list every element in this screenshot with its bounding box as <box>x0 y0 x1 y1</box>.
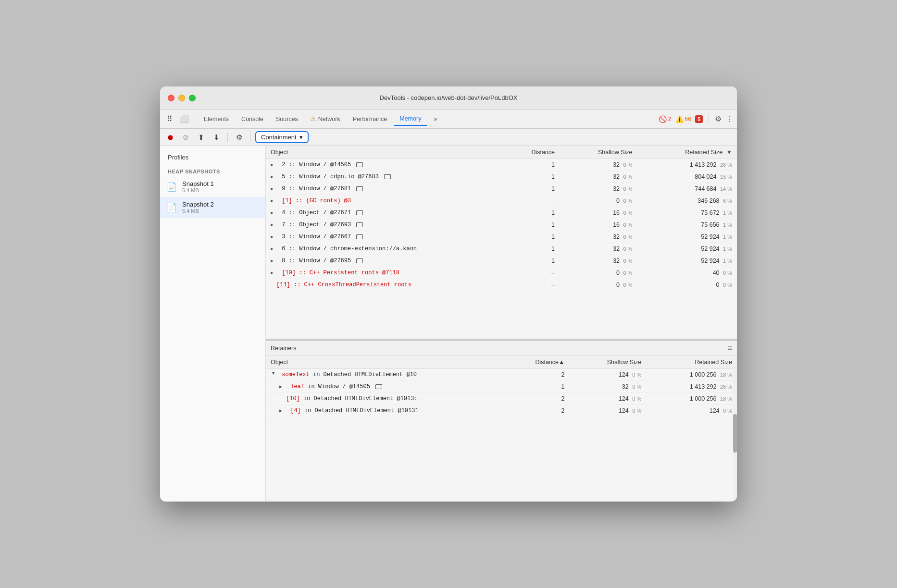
table-row: ▶ leaf in Window / @14505 1 32 0 % 1 413… <box>266 381 737 393</box>
tab-sources[interactable]: Sources <box>270 113 304 125</box>
more-options-icon[interactable]: ⋮ <box>725 114 733 123</box>
traffic-lights <box>168 95 196 101</box>
window-frame-icon <box>356 234 363 239</box>
col-distance[interactable]: Distance <box>501 146 560 159</box>
snapshot-file-icon-1: 📄 <box>166 181 177 193</box>
main-content: Profiles HEAP SNAPSHOTS 📄 Snapshot 1 5.4… <box>160 146 737 502</box>
cell-distance: 1 <box>501 183 560 195</box>
cell-object: ▶ 6 :: Window / chrome-extension://a…kao… <box>266 243 501 255</box>
snapshot-item-2[interactable]: 📄 Snapshot 2 5.4 MB <box>160 197 265 218</box>
expand-icon[interactable]: ▶ <box>279 384 285 390</box>
sort-arrow: ▼ <box>726 149 732 156</box>
expand-icon[interactable]: ▶ <box>271 210 276 216</box>
retainers-menu-icon[interactable]: ≡ <box>728 344 732 353</box>
settings-icon[interactable]: ⚙ <box>715 114 722 123</box>
containment-dropdown[interactable]: Containment ▾ <box>255 131 309 143</box>
titlebar: DevTools - codepen.io/web-dot-dev/live/P… <box>160 86 737 110</box>
cell-retained: 75 672 1 % <box>637 207 737 219</box>
cell-object: ▶ 3 :: Window / @27667 <box>266 231 501 243</box>
cell-retained: 52 924 1 % <box>637 231 737 243</box>
expand-icon[interactable]: ▶ <box>271 174 276 180</box>
error-badge[interactable]: 🚫 2 <box>659 115 672 123</box>
filter-button[interactable]: ⚙ <box>233 131 245 144</box>
cell-retained: 0 0 % <box>637 279 737 291</box>
main-table[interactable]: Object Distance Shallow Size Retained Si… <box>266 146 737 340</box>
tab-elements[interactable]: Elements <box>198 113 235 125</box>
expand-icon[interactable]: ▶ <box>271 198 276 204</box>
cell-object: ▶ 5 :: Window / cdpn.io @27683 <box>266 171 501 183</box>
cell-retained: 744 684 14 % <box>637 183 737 195</box>
ret-col-shallow[interactable]: Shallow Size <box>569 356 646 369</box>
chevron-down-icon: ▾ <box>299 134 303 141</box>
tab-more[interactable]: » <box>428 113 443 125</box>
col-object[interactable]: Object <box>266 146 501 159</box>
window-frame-icon <box>356 162 363 167</box>
cell-shallow: 32 0 % <box>560 255 637 267</box>
cell-shallow: 124 0 % <box>569 369 646 381</box>
col-retained-size[interactable]: Retained Size ▼ <box>637 146 737 159</box>
expand-icon[interactable]: ▶ <box>271 246 276 252</box>
ret-col-distance[interactable]: Distance▲ <box>501 356 569 369</box>
cell-distance: 2 <box>501 393 569 405</box>
cell-object: ▶ 7 :: Object / @27693 <box>266 219 501 231</box>
cell-distance: – <box>501 195 560 207</box>
table-row: ▶ 9 :: Window / @27681 1 32 0 % 744 684 … <box>266 183 737 195</box>
table-row: ▶ [1] :: (GC roots) @3 – 0 0 % 346 268 6… <box>266 195 737 207</box>
snapshot-item-1[interactable]: 📄 Snapshot 1 5.4 MB <box>160 176 265 197</box>
cell-object: ▶ 2 :: Window / @14505 <box>266 159 501 171</box>
tab-performance[interactable]: Performance <box>347 113 393 125</box>
expand-icon[interactable]: ▶ <box>271 186 276 192</box>
window-frame-icon <box>356 258 363 263</box>
cell-retained: 75 656 1 % <box>637 219 737 231</box>
cell-distance: 1 <box>501 243 560 255</box>
device-toggle-icon[interactable]: ⬜ <box>176 112 192 125</box>
cell-shallow: 32 0 % <box>560 231 637 243</box>
cell-object: [10] in Detached HTMLDivElement @1013: <box>266 393 501 405</box>
close-button[interactable] <box>168 95 174 101</box>
expand-icon[interactable]: ▶ <box>271 162 276 168</box>
cell-distance: 2 <box>501 405 569 417</box>
cell-object: [11] :: C++ CrossThreadPersistent roots <box>266 279 501 291</box>
snapshot-file-icon-2: 📄 <box>166 202 177 213</box>
clear-button[interactable]: ⊘ <box>179 131 192 144</box>
tab-console[interactable]: Console <box>236 113 269 125</box>
expand-icon[interactable]: ▶ <box>271 258 276 264</box>
cell-distance: 1 <box>501 381 569 393</box>
expand-icon[interactable]: ▶ <box>271 234 276 240</box>
ret-col-retained[interactable]: Retained Size <box>646 356 737 369</box>
minimize-button[interactable] <box>178 95 185 101</box>
table-row: ▶ 5 :: Window / cdpn.io @27683 1 32 0 % … <box>266 171 737 183</box>
cell-distance: 1 <box>501 231 560 243</box>
cell-shallow: 124 0 % <box>569 405 646 417</box>
expand-icon[interactable]: ▶ <box>271 372 276 378</box>
tab-memory[interactable]: Memory <box>394 112 427 126</box>
scrollbar-thumb[interactable] <box>733 414 737 453</box>
scrollbar-track[interactable] <box>733 356 737 501</box>
record-button[interactable]: ⏺ <box>164 131 176 144</box>
retainers-header-row: Object Distance▲ Shallow Size Retained S… <box>266 356 737 369</box>
info-badge[interactable]: 5 <box>695 115 703 123</box>
retainers-scroll-area[interactable]: Object Distance▲ Shallow Size Retained S… <box>266 356 737 501</box>
cell-shallow: 124 0 % <box>569 393 646 405</box>
maximize-button[interactable] <box>189 95 196 101</box>
expand-icon[interactable]: ▶ <box>279 408 285 414</box>
ret-col-object[interactable]: Object <box>266 356 501 369</box>
warning-badge[interactable]: ⚠️ 66 <box>675 115 691 123</box>
cell-object: ▶ [10] :: C++ Persistent roots @7118 <box>266 267 501 279</box>
expand-icon[interactable]: ▶ <box>271 222 276 228</box>
main-toolbar: ⠿ ⬜ Elements Console Sources ⚠ Network P… <box>160 110 737 129</box>
snapshot-info-1: Snapshot 1 5.4 MB <box>182 180 214 193</box>
content-area: Object Distance Shallow Size Retained Si… <box>266 146 737 502</box>
tab-network[interactable]: ⚠ Network <box>305 112 346 125</box>
separator-4 <box>250 133 250 142</box>
table-row: ▶ [10] :: C++ Persistent roots @7118 – 0… <box>266 267 737 279</box>
upload-button[interactable]: ⬆ <box>195 131 207 144</box>
cell-retained: 1 000 256 18 % <box>646 369 737 381</box>
expand-icon[interactable]: ▶ <box>271 270 276 276</box>
download-button[interactable]: ⬇ <box>210 131 223 144</box>
table-row: [11] :: C++ CrossThreadPersistent roots … <box>266 279 737 291</box>
table-row: ▶ [4] in Detached HTMLDivElement @10131 … <box>266 405 737 417</box>
col-shallow-size[interactable]: Shallow Size <box>560 146 637 159</box>
devtools-window: DevTools - codepen.io/web-dot-dev/live/P… <box>160 86 737 502</box>
inspector-icon[interactable]: ⠿ <box>164 112 175 125</box>
